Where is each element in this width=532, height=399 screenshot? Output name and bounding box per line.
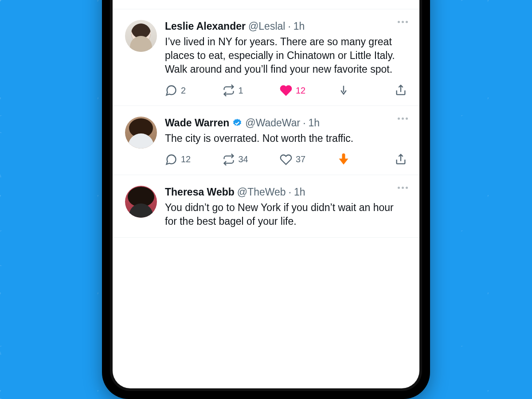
share-button[interactable] (395, 153, 407, 166)
downvote-icon (337, 153, 350, 166)
tweet-header: Leslie Alexander @Leslal · 1h (165, 20, 407, 33)
tweet-text: I’ve lived in NY for years. There are so… (165, 35, 407, 76)
timestamp[interactable]: 1h (293, 20, 305, 33)
avatar[interactable] (125, 20, 157, 52)
tweet[interactable]: Wade Warren @WadeWar · 1h The city is ov… (113, 106, 419, 175)
tweet[interactable]: Theresa Webb @TheWeb · 1h You didn’t go … (113, 175, 419, 238)
separator-dot: · (289, 186, 291, 199)
user-handle[interactable]: @Leslal (248, 20, 285, 33)
avatar[interactable] (125, 117, 157, 149)
phone-bezel: Leslie Alexander @Leslal · 1h I’ve lived… (110, 0, 422, 391)
retweet-count: 1 (239, 86, 243, 96)
heart-icon (280, 84, 292, 97)
display-name[interactable]: Leslie Alexander (165, 20, 246, 33)
tweet-header: Theresa Webb @TheWeb · 1h (165, 186, 407, 199)
timestamp[interactable]: 1h (309, 117, 320, 130)
tweet-actions: 12 34 37 (165, 153, 407, 166)
reply-icon (165, 84, 177, 97)
downvote-icon (337, 84, 350, 97)
retweet-button[interactable]: 34 (223, 153, 276, 166)
tweet-header: Wade Warren @WadeWar · 1h (165, 117, 407, 130)
retweet-button[interactable]: 1 (223, 84, 276, 97)
tweet[interactable]: Leslie Alexander @Leslal · 1h I’ve lived… (113, 9, 419, 106)
separator-dot: · (303, 117, 305, 130)
reply-icon (165, 153, 177, 166)
separator-dot: · (288, 20, 290, 33)
more-button[interactable] (398, 117, 408, 120)
retweet-count: 34 (239, 154, 248, 164)
like-button[interactable]: 37 (280, 153, 333, 166)
downvote-button[interactable] (337, 153, 391, 166)
tweet-actions: 2 1 12 (165, 84, 407, 97)
like-button[interactable]: 12 (280, 84, 333, 97)
verified-badge-icon (232, 118, 243, 129)
user-handle[interactable]: @WadeWar (245, 117, 300, 130)
like-count: 12 (296, 86, 305, 96)
avatar[interactable] (125, 186, 157, 218)
tweet-body: Theresa Webb @TheWeb · 1h You didn’t go … (165, 186, 407, 228)
user-handle[interactable]: @TheWeb (237, 186, 286, 199)
display-name[interactable]: Wade Warren (165, 117, 229, 130)
display-name[interactable]: Theresa Webb (165, 186, 235, 199)
top-action-bar (113, 0, 419, 9)
downvote-button[interactable] (337, 84, 391, 97)
more-button[interactable] (398, 21, 408, 23)
phone-screen: Leslie Alexander @Leslal · 1h I’ve lived… (113, 0, 419, 388)
reply-button[interactable]: 2 (165, 84, 218, 97)
reply-count: 2 (181, 86, 186, 96)
tweet-text: You didn’t go to New York if you didn’t … (165, 201, 407, 228)
share-icon (395, 84, 407, 97)
reply-button[interactable]: 12 (165, 153, 218, 166)
timestamp[interactable]: 1h (294, 186, 305, 199)
share-button[interactable] (395, 84, 407, 97)
phone-frame: Leslie Alexander @Leslal · 1h I’ve lived… (102, 0, 430, 399)
retweet-icon (223, 84, 235, 97)
retweet-icon (223, 153, 235, 166)
tweet-body: Wade Warren @WadeWar · 1h The city is ov… (165, 117, 407, 166)
like-count: 37 (296, 154, 305, 164)
more-button[interactable] (398, 187, 408, 189)
reply-count: 12 (181, 154, 191, 164)
tweet-text: The city is overrated. Not worth the tra… (165, 132, 407, 145)
heart-icon (280, 153, 292, 166)
tweet-body: Leslie Alexander @Leslal · 1h I’ve lived… (165, 20, 407, 97)
share-icon (395, 153, 407, 166)
